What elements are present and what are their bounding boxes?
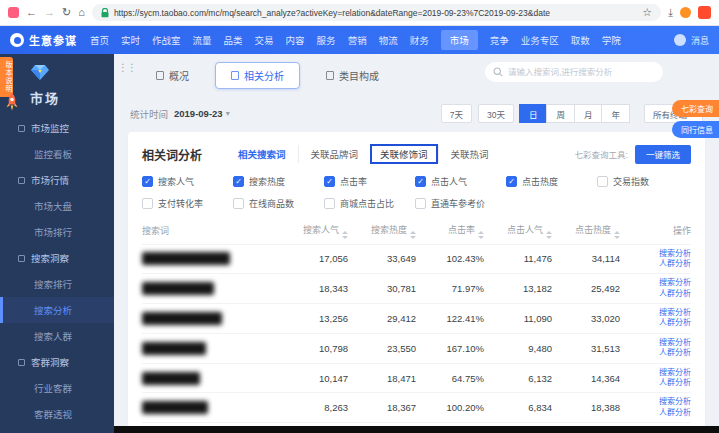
checkbox-icon[interactable] — [233, 198, 244, 209]
checkbox-icon[interactable]: ✓ — [324, 176, 335, 187]
brand[interactable]: 生意参谋 — [10, 32, 77, 48]
url-text[interactable]: https://sycm.taobao.com/mc/mq/search_ana… — [114, 8, 637, 18]
page-tab[interactable]: 类目构成 — [310, 62, 395, 89]
checkbox-icon[interactable]: ✓ — [415, 176, 426, 187]
sidebar-item[interactable]: 行业客群 — [0, 375, 114, 401]
sidebar-item[interactable]: 客群透视 — [0, 401, 114, 427]
nav-item[interactable]: 营销 — [348, 33, 367, 47]
quick-range-button[interactable]: 7天 — [441, 104, 472, 123]
action-link[interactable]: 人群分析 — [620, 259, 691, 269]
nav-item[interactable]: 作战室 — [152, 33, 181, 47]
granularity-button[interactable]: 周 — [546, 104, 575, 123]
checkbox-icon[interactable] — [142, 198, 153, 209]
sidebar-item[interactable]: 客群洞察 — [0, 349, 114, 375]
action-link[interactable]: 人群分析 — [620, 408, 691, 418]
metric-checkbox[interactable]: 在线商品数 — [233, 197, 324, 210]
panel-tab[interactable]: 关联热词 — [438, 145, 501, 163]
panel-tab[interactable]: 关联修饰词 — [370, 144, 438, 164]
float-button[interactable]: 同行信息 — [672, 121, 719, 138]
checkbox-icon[interactable] — [415, 198, 426, 209]
sidebar-item[interactable]: 监控看板 — [0, 141, 114, 167]
granularity-button[interactable]: 月 — [574, 104, 603, 123]
sidebar-item[interactable]: 市场大盘 — [0, 193, 114, 219]
sidebar-item[interactable]: 搜索排行 — [0, 271, 114, 297]
column-header[interactable]: 点击热度 — [552, 218, 620, 244]
sort-icon[interactable] — [478, 231, 484, 239]
column-header[interactable]: 搜索人气 — [280, 218, 348, 244]
nav-item[interactable]: 服务 — [317, 33, 336, 47]
refresh-icon[interactable]: ↻ — [62, 7, 71, 18]
address-bar[interactable]: https://sycm.taobao.com/mc/mq/search_ana… — [92, 4, 661, 21]
nav-user[interactable]: 消息 — [674, 34, 709, 47]
sidebar-item[interactable]: 市场行情 — [0, 167, 114, 193]
nav-item[interactable]: 市场 — [441, 30, 478, 50]
column-header[interactable]: 点击率 — [416, 218, 484, 244]
action-link[interactable]: 搜索分析 — [620, 368, 691, 378]
record-button[interactable] — [698, 6, 711, 19]
column-header[interactable]: 点击人气 — [484, 218, 552, 244]
sidebar-item[interactable]: 搜索洞察 — [0, 245, 114, 271]
one-click-filter-button[interactable]: 一键筛选 — [635, 145, 691, 164]
metric-checkbox[interactable]: 支付转化率 — [142, 197, 233, 210]
metric-checkbox[interactable]: ✓搜索热度 — [233, 175, 324, 188]
nav-item[interactable]: 实时 — [121, 33, 140, 47]
page-tab[interactable]: 概况 — [140, 62, 205, 89]
nav-item[interactable]: 首页 — [90, 33, 109, 47]
metric-checkbox[interactable]: ✓点击热度 — [506, 175, 597, 188]
stat-date-value[interactable]: 2019-09-23 — [174, 108, 223, 119]
checkbox-icon[interactable] — [324, 198, 335, 209]
nav-item[interactable]: 流量 — [193, 33, 212, 47]
nav-item[interactable]: 学院 — [602, 33, 621, 47]
sort-icon[interactable] — [614, 231, 620, 239]
metric-checkbox[interactable]: ✓点击人气 — [415, 175, 506, 188]
metric-checkbox[interactable]: 商城点击占比 — [324, 197, 415, 210]
action-link[interactable]: 搜索分析 — [620, 397, 691, 407]
metric-checkbox[interactable]: 直通车参考价 — [415, 197, 506, 210]
sidebar-item[interactable]: 市场排行 — [0, 219, 114, 245]
nav-item[interactable]: 业务专区 — [521, 33, 559, 47]
back-icon[interactable]: ← — [26, 7, 37, 18]
search-box[interactable] — [485, 62, 663, 82]
checkbox-icon[interactable]: ✓ — [506, 176, 517, 187]
action-link[interactable]: 搜索分析 — [620, 278, 691, 288]
sidebar-item[interactable]: 市场监控 — [0, 115, 114, 141]
panel-tab[interactable]: 关联品牌词 — [298, 145, 371, 163]
action-link[interactable]: 搜索分析 — [620, 308, 691, 318]
nav-item[interactable]: 取数 — [571, 33, 590, 47]
bookmark-star-icon[interactable]: ☆ — [642, 7, 652, 18]
metric-checkbox[interactable]: 交易指数 — [597, 175, 688, 188]
sidebar-item[interactable]: 搜索分析 — [0, 297, 114, 323]
forward-icon[interactable]: → — [44, 7, 55, 18]
home-icon[interactable]: ⌂ — [78, 7, 85, 18]
sort-icon[interactable] — [410, 231, 416, 239]
nav-item[interactable]: 物流 — [379, 33, 398, 47]
checkbox-icon[interactable]: ✓ — [142, 176, 153, 187]
sort-icon[interactable] — [342, 231, 348, 239]
checkbox-icon[interactable]: ✓ — [233, 176, 244, 187]
action-link[interactable]: 人群分析 — [620, 318, 691, 328]
action-link[interactable]: 搜索分析 — [620, 338, 691, 348]
sidebar-item[interactable]: 搜索人群 — [0, 323, 114, 349]
action-link[interactable]: 人群分析 — [620, 289, 691, 299]
metric-checkbox[interactable]: ✓搜索人气 — [142, 175, 233, 188]
quick-range-button[interactable]: 30天 — [478, 104, 514, 123]
version-ribbon[interactable]: 版本说明 — [0, 57, 13, 97]
nav-item[interactable]: 财务 — [410, 33, 429, 47]
metric-checkbox[interactable]: ✓点击率 — [324, 175, 415, 188]
action-link[interactable]: 人群分析 — [620, 348, 691, 358]
granularity-button[interactable]: 年 — [601, 104, 630, 123]
download-icon[interactable]: ⤓ — [668, 7, 673, 18]
nav-item[interactable]: 品类 — [224, 33, 243, 47]
action-link[interactable]: 人群分析 — [620, 378, 691, 388]
action-link[interactable]: 搜索分析 — [620, 249, 691, 259]
granularity-button[interactable]: 日 — [519, 104, 548, 123]
nav-item[interactable]: 竞争 — [490, 33, 509, 47]
search-input[interactable] — [508, 67, 655, 77]
nav-item[interactable]: 内容 — [286, 33, 305, 47]
checkbox-icon[interactable] — [597, 176, 608, 187]
column-header[interactable]: 搜索热度 — [348, 218, 416, 244]
float-button[interactable]: 七彩查询 — [672, 100, 719, 117]
sort-icon[interactable] — [546, 231, 552, 239]
panel-tab[interactable]: 相关搜索词 — [226, 145, 298, 163]
page-tab[interactable]: 相关分析 — [215, 62, 300, 89]
